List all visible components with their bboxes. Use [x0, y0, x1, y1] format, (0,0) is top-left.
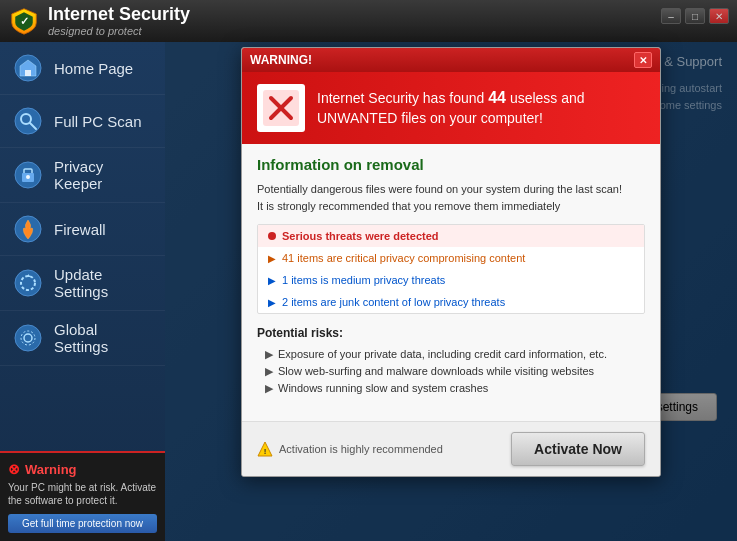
- dialog-body: Information on removal Potentially dange…: [242, 144, 660, 421]
- close-button[interactable]: ✕: [709, 8, 729, 24]
- svg-text:!: !: [264, 447, 267, 456]
- threat-item-critical: ▶ 41 items are critical privacy compromi…: [258, 247, 644, 269]
- sidebar-label-privacy-keeper: Privacy Keeper: [54, 158, 153, 192]
- threat-item-serious: Serious threats were detected: [258, 225, 644, 247]
- main-content: Home Page Full PC Scan Pr: [0, 42, 737, 541]
- sidebar: Home Page Full PC Scan Pr: [0, 42, 165, 541]
- sidebar-label-global-settings: Global Settings: [54, 321, 153, 355]
- svg-point-3: [15, 108, 41, 134]
- risk-item-3: ▶ Windows running slow and system crashe…: [257, 380, 645, 397]
- sidebar-label-update-settings: Update Settings: [54, 266, 153, 300]
- update-settings-icon: [12, 267, 44, 299]
- firewall-icon: [12, 213, 44, 245]
- risks-section: Potential risks: ▶ Exposure of your priv…: [257, 326, 645, 397]
- privacy-keeper-icon: [12, 159, 44, 191]
- app-icon: ✓: [10, 7, 38, 35]
- activate-now-button[interactable]: Activate Now: [511, 432, 645, 466]
- svg-point-9: [26, 175, 30, 179]
- get-protection-button[interactable]: Get full time protection now: [8, 514, 157, 533]
- title-group: Internet Security designed to protect: [48, 5, 190, 37]
- threat-dot-red: [268, 232, 276, 240]
- svg-point-11: [15, 270, 41, 296]
- dialog-title-bar: WARNING! ✕: [242, 48, 660, 72]
- sidebar-item-home-page[interactable]: Home Page: [0, 42, 165, 95]
- info-removal-title: Information on removal: [257, 156, 645, 173]
- dialog-close-button[interactable]: ✕: [634, 52, 652, 68]
- dialog-title: WARNING!: [250, 53, 312, 67]
- threat-list: Serious threats were detected ▶ 41 items…: [257, 224, 645, 314]
- app-subtitle: designed to protect: [48, 25, 190, 37]
- sidebar-item-firewall[interactable]: Firewall: [0, 203, 165, 256]
- risks-title: Potential risks:: [257, 326, 645, 340]
- dialog-footer: ! Activation is highly recommended Activ…: [242, 421, 660, 476]
- alert-x-icon: [257, 84, 305, 132]
- maximize-button[interactable]: □: [685, 8, 705, 24]
- svg-rect-2: [25, 70, 31, 76]
- global-settings-icon: [12, 322, 44, 354]
- sidebar-warning-title: ⊗ Warning: [8, 461, 157, 477]
- threat-item-low: ▶ 2 items are junk content of low privac…: [258, 291, 644, 313]
- svg-point-13: [15, 325, 41, 351]
- warning-circle-icon: ⊗: [8, 461, 20, 477]
- risk-arrow-3: ▶: [265, 382, 273, 395]
- threat-arrow-3: ▶: [268, 297, 276, 308]
- sidebar-item-global-settings[interactable]: Global Settings: [0, 311, 165, 366]
- alert-count: 44: [488, 89, 506, 106]
- svg-text:✓: ✓: [20, 15, 29, 27]
- threat-arrow-2: ▶: [268, 275, 276, 286]
- threat-item-medium: ▶ 1 items is medium privacy threats: [258, 269, 644, 291]
- right-area: ❓ Help & Support including autostart som…: [165, 42, 737, 541]
- risk-item-2: ▶ Slow web-surfing and malware downloads…: [257, 363, 645, 380]
- home-page-icon: [12, 52, 44, 84]
- sidebar-label-home-page: Home Page: [54, 60, 133, 77]
- warning-dialog: WARNING! ✕ Internet Security has found 4…: [241, 47, 661, 477]
- modal-overlay: WARNING! ✕ Internet Security has found 4…: [165, 42, 737, 541]
- sidebar-item-privacy-keeper[interactable]: Privacy Keeper: [0, 148, 165, 203]
- threat-arrow-1: ▶: [268, 253, 276, 264]
- warning-triangle-icon: !: [257, 441, 273, 457]
- alert-text: Internet Security has found 44 useless a…: [317, 87, 645, 129]
- sidebar-warning-box: ⊗ Warning Your PC might be at risk. Acti…: [0, 451, 165, 541]
- sidebar-item-update-settings[interactable]: Update Settings: [0, 256, 165, 311]
- risk-arrow-2: ▶: [265, 365, 273, 378]
- risk-arrow-1: ▶: [265, 348, 273, 361]
- sidebar-label-full-pc-scan: Full PC Scan: [54, 113, 142, 130]
- risk-item-1: ▶ Exposure of your private data, includi…: [257, 346, 645, 363]
- sidebar-label-firewall: Firewall: [54, 221, 106, 238]
- app-title: Internet Security: [48, 5, 190, 25]
- activation-message: ! Activation is highly recommended: [257, 441, 443, 457]
- alert-banner: Internet Security has found 44 useless a…: [242, 72, 660, 144]
- full-pc-scan-icon: [12, 105, 44, 137]
- info-removal-text: Potentially dangerous files were found o…: [257, 181, 645, 214]
- sidebar-warning-text: Your PC might be at risk. Activate the s…: [8, 481, 157, 507]
- minimize-button[interactable]: –: [661, 8, 681, 24]
- window-controls: – □ ✕: [661, 8, 729, 24]
- title-bar: ✓ Internet Security designed to protect …: [0, 0, 737, 42]
- sidebar-item-full-pc-scan[interactable]: Full PC Scan: [0, 95, 165, 148]
